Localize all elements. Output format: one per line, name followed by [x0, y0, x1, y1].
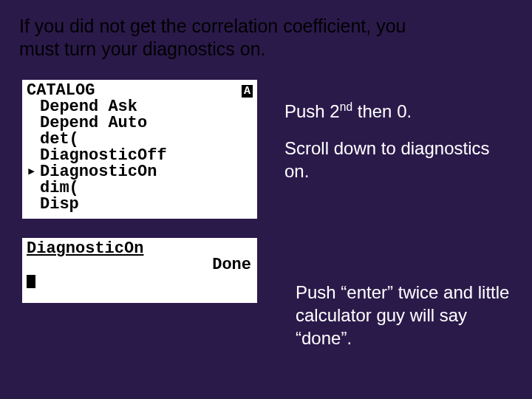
result-done: Done	[27, 257, 253, 273]
catalog-item: Depend Auto	[40, 115, 147, 132]
slide-title: If you did not get the correlation coeff…	[19, 15, 433, 61]
result-command: DiagnosticOn	[27, 241, 253, 257]
instr1-post: then 0.	[352, 101, 412, 121]
cursor-icon	[27, 275, 35, 288]
calc-screen-catalog: CATALOG A Depend Ask Depend Auto det( Di…	[22, 80, 257, 219]
instr1-pre: Push 2	[284, 101, 340, 121]
catalog-header: CATALOG	[27, 83, 95, 99]
catalog-item: det(	[40, 132, 79, 148]
instr1-sup: nd	[340, 100, 352, 113]
instruction-step-3: Push “enter” twice and little calculator…	[296, 281, 517, 350]
catalog-item: dim(	[40, 180, 79, 197]
catalog-item: Depend Ask	[40, 99, 137, 115]
catalog-item-selected: DiagnosticOn	[40, 164, 157, 180]
catalog-tag: A	[242, 85, 253, 98]
instruction-step-2: Scroll down to diagnostics on.	[284, 137, 514, 183]
pointer-icon: ▸	[27, 164, 40, 180]
instruction-step-1: Push 2nd then 0.	[284, 100, 514, 123]
catalog-item: DiagnosticOff	[40, 148, 167, 164]
calc-screen-result: DiagnosticOn Done	[22, 238, 257, 303]
catalog-item: Disp	[40, 197, 79, 213]
